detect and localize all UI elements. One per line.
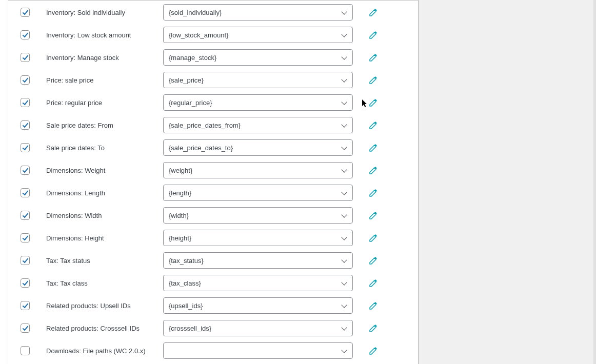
pencil-icon[interactable] xyxy=(369,346,378,355)
pencil-icon[interactable] xyxy=(369,256,378,265)
pencil-icon[interactable] xyxy=(369,143,378,152)
pencil-icon[interactable] xyxy=(369,53,378,62)
value-select[interactable]: {tax_status} xyxy=(163,252,353,269)
value-select[interactable] xyxy=(163,342,353,359)
field-row: Inventory: Sold individually {sold_indiv… xyxy=(8,1,418,24)
enable-checkbox[interactable] xyxy=(21,53,30,62)
chevron-down-icon xyxy=(341,144,348,151)
value-select[interactable]: {tax_class} xyxy=(163,275,353,291)
pencil-icon[interactable] xyxy=(369,8,378,17)
pencil-icon[interactable] xyxy=(369,120,378,130)
field-label: Dimensions: Width xyxy=(46,212,163,219)
enable-checkbox[interactable] xyxy=(21,30,30,39)
selected-value: {sold_individually} xyxy=(169,9,222,16)
field-label: Dimensions: Length xyxy=(46,189,163,197)
enable-checkbox[interactable] xyxy=(21,120,30,130)
field-row: Downloads: File paths (WC 2.0.x) xyxy=(8,339,418,362)
field-label: Sale price dates: To xyxy=(46,144,163,152)
field-label: Sale price dates: From xyxy=(46,122,163,129)
pencil-icon[interactable] xyxy=(369,188,378,197)
chevron-down-icon xyxy=(341,167,348,174)
enable-checkbox[interactable] xyxy=(21,143,30,152)
chevron-down-icon xyxy=(341,9,348,16)
scrollbar-track[interactable] xyxy=(593,0,596,364)
enable-checkbox[interactable] xyxy=(21,256,30,265)
chevron-down-icon xyxy=(341,122,348,129)
chevron-down-icon xyxy=(341,325,348,332)
field-label: Dimensions: Weight xyxy=(46,167,163,174)
enable-checkbox[interactable] xyxy=(21,278,30,288)
field-row: Inventory: Low stock amount {low_stock_a… xyxy=(8,24,418,46)
enable-checkbox[interactable] xyxy=(21,323,30,333)
pencil-icon[interactable] xyxy=(369,75,378,85)
enable-checkbox[interactable] xyxy=(21,346,30,355)
value-select[interactable]: {height} xyxy=(163,230,353,246)
enable-checkbox[interactable] xyxy=(21,8,30,17)
value-select[interactable]: {upsell_ids} xyxy=(163,297,353,314)
outer-left-gutter xyxy=(0,0,8,364)
value-select[interactable]: {length} xyxy=(163,185,353,201)
enable-checkbox[interactable] xyxy=(21,188,30,197)
pencil-icon[interactable] xyxy=(369,211,378,220)
selected-value: {height} xyxy=(169,234,191,242)
enable-checkbox[interactable] xyxy=(21,233,30,242)
selected-value: {crosssell_ids} xyxy=(169,325,211,332)
value-select[interactable]: {crosssell_ids} xyxy=(163,320,353,336)
field-label: Related products: Upsell IDs xyxy=(46,302,163,310)
field-label: Price: regular price xyxy=(46,99,163,107)
enable-checkbox[interactable] xyxy=(21,98,30,107)
field-row: Tax: Tax status {tax_status} xyxy=(8,249,418,272)
selected-value: {tax_status} xyxy=(169,257,204,265)
value-select[interactable]: {manage_stock} xyxy=(163,49,353,66)
selected-value: {sale_price_dates_to} xyxy=(169,144,233,152)
field-label: Dimensions: Height xyxy=(46,234,163,242)
field-row: Related products: Upsell IDs {upsell_ids… xyxy=(8,294,418,317)
chevron-down-icon xyxy=(341,234,348,241)
field-label: Inventory: Sold individually xyxy=(46,9,163,16)
pencil-icon[interactable] xyxy=(369,301,378,310)
field-row: Dimensions: Height {height} xyxy=(8,227,418,249)
field-label: Price: sale price xyxy=(46,76,163,84)
chevron-down-icon xyxy=(341,76,348,84)
value-select[interactable]: {sale_price} xyxy=(163,72,353,88)
value-select[interactable]: {sale_price_dates_to} xyxy=(163,139,353,156)
chevron-down-icon xyxy=(341,257,348,264)
field-row: Price: sale price {sale_price} xyxy=(8,69,418,91)
value-select[interactable]: {weight} xyxy=(163,162,353,178)
field-row: Sale price dates: From {sale_price_dates… xyxy=(8,114,418,136)
field-row: Inventory: Manage stock {manage_stock} xyxy=(8,46,418,69)
field-label: Downloads: File paths (WC 2.0.x) xyxy=(46,347,163,355)
selected-value: {regular_price} xyxy=(169,99,212,107)
value-select[interactable]: {sold_individually} xyxy=(163,4,353,21)
chevron-down-icon xyxy=(341,31,348,38)
chevron-down-icon xyxy=(341,347,348,354)
value-select[interactable]: {width} xyxy=(163,207,353,224)
selected-value: {manage_stock} xyxy=(169,54,216,62)
field-row: Dimensions: Length {length} xyxy=(8,181,418,204)
selected-value: {tax_class} xyxy=(169,279,201,287)
field-row: Related products: Crosssell IDs {crossse… xyxy=(8,317,418,339)
chevron-down-icon xyxy=(341,302,348,309)
selected-value: {sale_price_dates_from} xyxy=(169,122,241,129)
chevron-down-icon xyxy=(341,99,348,106)
enable-checkbox[interactable] xyxy=(21,211,30,220)
enable-checkbox[interactable] xyxy=(21,166,30,175)
field-row: Price: regular price {regular_price} xyxy=(8,91,418,114)
pencil-icon[interactable] xyxy=(369,323,378,333)
selected-value: {length} xyxy=(169,189,191,197)
pencil-icon[interactable] xyxy=(369,30,378,39)
pencil-icon[interactable] xyxy=(369,166,378,175)
selected-value: {upsell_ids} xyxy=(169,302,203,310)
field-row: Tax: Tax class {tax_class} xyxy=(8,272,418,294)
pencil-icon[interactable] xyxy=(369,278,378,288)
enable-checkbox[interactable] xyxy=(21,75,30,85)
enable-checkbox[interactable] xyxy=(21,301,30,310)
value-select[interactable]: {regular_price} xyxy=(163,94,353,111)
chevron-down-icon xyxy=(341,189,348,196)
value-select[interactable]: {sale_price_dates_from} xyxy=(163,117,353,133)
field-label: Inventory: Low stock amount xyxy=(46,31,163,39)
pencil-icon[interactable] xyxy=(369,98,378,107)
chevron-down-icon xyxy=(341,54,348,61)
pencil-icon[interactable] xyxy=(369,233,378,242)
value-select[interactable]: {low_stock_amount} xyxy=(163,27,353,43)
